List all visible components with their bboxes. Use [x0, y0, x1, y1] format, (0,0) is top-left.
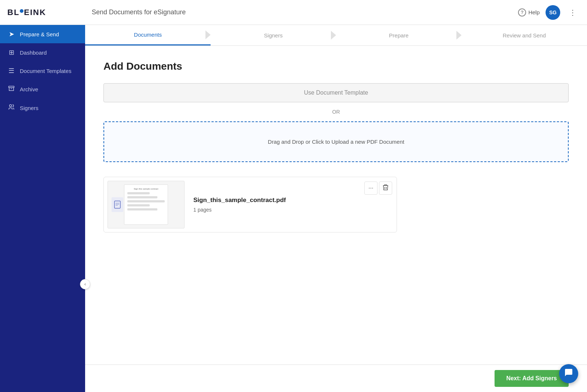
document-pages: 1 pages — [193, 207, 391, 213]
prepare-send-icon: ➤ — [7, 30, 15, 38]
more-icon: ··· — [368, 185, 373, 191]
document-thumbnail: Sign this sample contract — [107, 181, 185, 228]
tab-review-send-label: Review and Send — [503, 32, 546, 39]
svg-rect-0 — [9, 86, 14, 88]
avatar[interactable]: SG — [546, 5, 560, 20]
logo-area: BLEINK — [7, 8, 92, 17]
document-more-button[interactable]: ··· — [364, 182, 378, 195]
or-divider: OR — [103, 109, 569, 115]
tab-signers[interactable]: Signers — [211, 25, 336, 45]
use-document-template-button[interactable]: Use Document Template — [103, 83, 569, 102]
sidebar-item-label: Dashboard — [20, 50, 47, 56]
svg-point-1 — [10, 105, 12, 107]
delete-icon — [383, 184, 389, 192]
sidebar-item-label: Prepare & Send — [20, 31, 59, 37]
document-delete-button[interactable] — [379, 182, 392, 195]
sidebar-collapse-button[interactable]: ‹ — [80, 279, 90, 289]
sidebar-item-label: Archive — [20, 86, 38, 92]
logo-dot — [20, 9, 23, 13]
tab-signers-label: Signers — [264, 32, 283, 39]
document-page-icon — [112, 197, 123, 212]
document-templates-icon: ☰ — [7, 67, 15, 75]
chat-icon — [564, 368, 573, 379]
help-button[interactable]: ? Help — [518, 8, 540, 17]
sidebar-item-label: Document Templates — [20, 68, 72, 74]
logo: BLEINK — [7, 8, 46, 17]
page-content: Add Documents Use Document Template OR D… — [85, 46, 587, 364]
footer-bar: Next: Add Signers — [85, 364, 587, 392]
document-actions: ··· — [364, 182, 392, 195]
sidebar-item-label: Signers — [20, 105, 39, 111]
sidebar-item-prepare-send[interactable]: ➤ Prepare & Send — [0, 25, 85, 43]
dashboard-icon: ⊞ — [7, 48, 15, 56]
tab-prepare-label: Prepare — [389, 32, 408, 39]
tab-prepare[interactable]: Prepare — [336, 25, 462, 45]
drop-zone-text: Drag and Drop or Click to Upload a new P… — [268, 139, 404, 145]
next-add-signers-button[interactable]: Next: Add Signers — [495, 370, 569, 387]
help-icon: ? — [518, 8, 526, 17]
help-label: Help — [528, 9, 540, 15]
archive-icon — [7, 85, 15, 94]
sidebar-item-dashboard[interactable]: ⊞ Dashboard — [0, 43, 85, 62]
content-area: Documents Signers Prepare Review and Sen… — [85, 25, 587, 392]
sidebar: ➤ Prepare & Send ⊞ Dashboard ☰ Document … — [0, 25, 85, 392]
sidebar-item-document-templates[interactable]: ☰ Document Templates — [0, 62, 85, 80]
document-card: Sign this sample contract Sign_this_samp… — [103, 177, 397, 232]
chat-button[interactable] — [559, 364, 578, 383]
sidebar-item-signers[interactable]: Signers — [0, 99, 85, 117]
kebab-menu-button[interactable]: ⋮ — [566, 7, 580, 18]
header-right: ? Help SG ⋮ — [518, 5, 580, 20]
tab-documents[interactable]: Documents — [85, 25, 211, 45]
drop-zone[interactable]: Drag and Drop or Click to Upload a new P… — [103, 121, 569, 162]
document-name: Sign_this_sample_contract.pdf — [193, 197, 391, 204]
tab-documents-label: Documents — [134, 32, 162, 38]
top-header: BLEINK Send Documents for eSignature ? H… — [0, 0, 587, 25]
page-title: Add Documents — [103, 61, 569, 72]
document-preview: Sign this sample contract — [124, 184, 168, 225]
main-layout: ➤ Prepare & Send ⊞ Dashboard ☰ Document … — [0, 25, 587, 392]
svg-rect-2 — [114, 201, 120, 208]
tab-review-send[interactable]: Review and Send — [462, 25, 587, 45]
header-title: Send Documents for eSignature — [92, 8, 518, 16]
sidebar-item-archive[interactable]: Archive — [0, 80, 85, 99]
step-tabs: Documents Signers Prepare Review and Sen… — [85, 25, 587, 46]
signers-icon — [7, 104, 15, 112]
document-info: Sign_this_sample_contract.pdf 1 pages — [193, 197, 391, 213]
